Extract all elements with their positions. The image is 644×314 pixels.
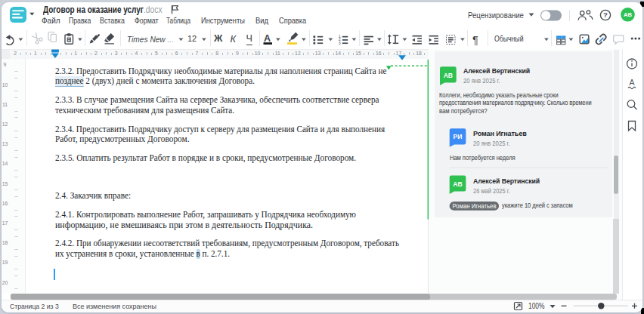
svg-text:?: ?	[603, 11, 608, 19]
svg-text:АВ: АВ	[444, 72, 453, 79]
svg-text:АВ: АВ	[453, 180, 462, 188]
svg-text:АВ: АВ	[624, 11, 632, 18]
svg-text:А: А	[629, 78, 634, 87]
svg-text:3: 3	[339, 42, 341, 45]
svg-text:Роман Игнатьев: Роман Игнатьев	[453, 203, 497, 210]
svg-text:РИ: РИ	[454, 133, 463, 140]
